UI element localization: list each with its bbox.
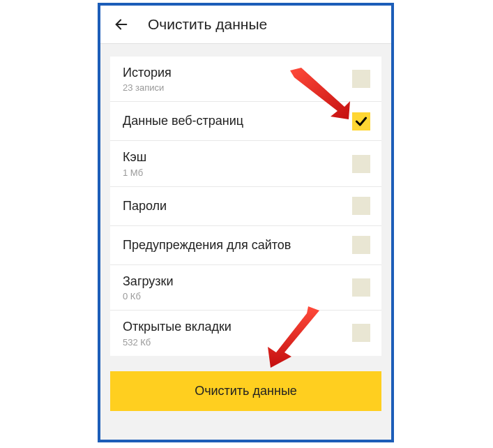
item-text: Открытые вкладки 532 Кб (123, 319, 232, 347)
checkbox-passwords[interactable] (352, 197, 370, 215)
item-text: История 23 записи (123, 65, 172, 93)
item-label: История (123, 65, 172, 81)
item-label: Пароли (123, 198, 167, 214)
list-item-webdata[interactable]: Данные веб-страниц (110, 102, 381, 141)
item-text: Данные веб-страниц (123, 113, 243, 129)
item-label: Предупреждения для сайтов (123, 237, 291, 253)
item-sublabel: 23 записи (123, 82, 172, 93)
item-label: Открытые вкладки (123, 319, 232, 335)
item-label: Кэш (123, 149, 146, 165)
checkbox-downloads[interactable] (352, 278, 370, 297)
list-item-passwords[interactable]: Пароли (110, 187, 381, 226)
item-text: Предупреждения для сайтов (123, 237, 291, 253)
page-title: Очистить данные (148, 16, 267, 33)
item-text: Кэш 1 Мб (123, 149, 146, 177)
item-label: Загрузки (123, 274, 173, 290)
list-item-warnings[interactable]: Предупреждения для сайтов (110, 226, 381, 265)
clear-data-button[interactable]: Очистить данные (110, 371, 381, 411)
list-item-downloads[interactable]: Загрузки 0 Кб (110, 265, 381, 311)
checkbox-warnings[interactable] (352, 236, 370, 254)
list-item-cache[interactable]: Кэш 1 Мб (110, 141, 381, 186)
checkbox-cache[interactable] (352, 155, 370, 173)
clear-data-list: История 23 записи Данные веб-страниц Кэш (110, 57, 381, 356)
item-sublabel: 532 Кб (123, 337, 232, 348)
app-frame: Очистить данные История 23 записи Данные… (98, 3, 394, 442)
item-label: Данные веб-страниц (123, 113, 243, 129)
back-arrow-icon[interactable] (112, 15, 131, 34)
content: История 23 записи Данные веб-страниц Кэш (100, 44, 391, 440)
checkbox-webdata[interactable] (352, 112, 370, 130)
item-sublabel: 1 Мб (123, 167, 146, 178)
list-item-history[interactable]: История 23 записи (110, 57, 381, 102)
item-sublabel: 0 Кб (123, 291, 173, 301)
item-text: Загрузки 0 Кб (123, 274, 173, 301)
checkbox-history[interactable] (352, 70, 370, 88)
checkbox-tabs[interactable] (352, 324, 370, 342)
item-text: Пароли (123, 198, 167, 214)
header: Очистить данные (100, 6, 391, 44)
list-item-tabs[interactable]: Открытые вкладки 532 Кб (110, 311, 381, 355)
